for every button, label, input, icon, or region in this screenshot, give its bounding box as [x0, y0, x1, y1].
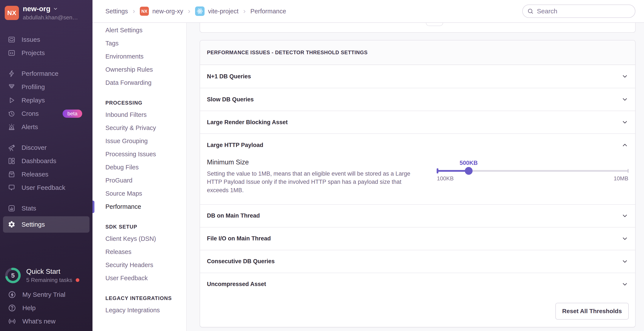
breadcrumb-separator-icon: › [243, 7, 246, 15]
quick-start-subtitle: 5 Remaining tasks [26, 277, 72, 283]
quick-start-count: 5 [4, 267, 22, 284]
sidebar-item-label: Crons [22, 110, 39, 117]
settings-nav-item-ownership-rules[interactable]: Ownership Rules [92, 63, 186, 76]
stats-icon [8, 204, 16, 212]
sidebar-item-replays[interactable]: Replays [0, 94, 92, 107]
sidebar-item-label: Dashboards [22, 157, 56, 165]
sidebar-item-label: Settings [22, 221, 45, 228]
setting-description: Setting the value to 1MB, means that an … [207, 170, 422, 194]
settings-nav-item-source-maps[interactable]: Source Maps [92, 187, 186, 200]
settings-nav-item-security-headers[interactable]: Security Headers [92, 258, 186, 272]
quick-start[interactable]: 5 Quick Start 5 Remaining tasks [0, 263, 92, 288]
search-box[interactable] [522, 5, 636, 18]
sidebar-item-issues[interactable]: Issues [0, 33, 92, 46]
detector-row-db-on-main-thread[interactable]: DB on Main Thread [200, 204, 635, 227]
settings-nav-item-security-privacy[interactable]: Security & Privacy [92, 121, 186, 135]
detector-row-label: File I/O on Main Thread [207, 235, 271, 242]
sidebar-item-label: Help [22, 304, 36, 312]
chevron-down-icon [622, 212, 628, 219]
scrolled-panel-remnant [200, 23, 636, 33]
sidebar-item-label: Releases [22, 171, 48, 178]
detector-row-large-render-blocking-asset[interactable]: Large Render Blocking Asset [200, 111, 635, 133]
sidebar-item-alerts[interactable]: Alerts [0, 120, 92, 134]
slider-left-cap [437, 168, 438, 173]
beta-badge: beta [62, 110, 82, 118]
slider-max-label: 10MB [614, 175, 628, 182]
settings-nav-item-issue-grouping[interactable]: Issue Grouping [92, 135, 186, 148]
sidebar-item-crons[interactable]: Cronsbeta [0, 107, 92, 120]
breadcrumb-performance: Performance [250, 8, 286, 15]
sidebar-item-releases[interactable]: Releases [0, 168, 92, 181]
sidebar-item-profiling[interactable]: Profiling [0, 80, 92, 94]
chevron-down-icon [622, 119, 628, 126]
setting-label: Minimum Size [207, 158, 422, 166]
sidebar-item-help[interactable]: Help [0, 301, 92, 315]
breadcrumb-vite-project[interactable]: vite-project [195, 7, 238, 16]
sidebar-item-what-s-new[interactable]: What's new [0, 315, 92, 328]
help-icon [8, 304, 16, 312]
replays-icon [8, 96, 16, 104]
sidebar-item-label: User Feedback [22, 184, 65, 191]
sidebar-item-discover[interactable]: Discover [0, 141, 92, 154]
sidebar-footer: My Sentry TrialHelpWhat's new [0, 288, 92, 331]
sidebar-item-dashboards[interactable]: Dashboards [0, 154, 92, 168]
slider-track[interactable] [437, 170, 628, 172]
detector-row-label: DB on Main Thread [207, 212, 260, 219]
sidebar-item-user-feedback[interactable]: User Feedback [0, 181, 92, 194]
settings-nav-item-processing-issues[interactable]: Processing Issues [92, 148, 186, 161]
quick-start-label: Quick Start [26, 267, 79, 275]
settings-nav-section-processing: PROCESSING [92, 98, 186, 108]
detector-row-consecutive-db-queries[interactable]: Consecutive DB Queries [200, 250, 635, 273]
chevron-up-icon [622, 142, 628, 149]
settings-nav-item-tags[interactable]: Tags [92, 37, 186, 50]
settings-nav-item-proguard[interactable]: ProGuard [92, 174, 186, 187]
detector-row-file-i-o-on-main-thread[interactable]: File I/O on Main Thread [200, 227, 635, 250]
detector-rows: N+1 DB QueriesSlow DB QueriesLarge Rende… [200, 65, 635, 295]
breadcrumb-label: Settings [106, 8, 128, 15]
sidebar-item-stats[interactable]: Stats [0, 202, 92, 215]
sidebar-item-projects[interactable]: Projects [0, 46, 92, 60]
settings-nav-item-performance[interactable]: Performance [92, 200, 186, 213]
slider-value-label: 500KB [460, 160, 478, 166]
sidebar-item-label: Alerts [22, 123, 38, 131]
sidebar-item-performance[interactable]: Performance [0, 67, 92, 80]
sidebar-item-label: Replays [22, 97, 45, 104]
collapsed-button-notch [426, 23, 443, 26]
detector-row-label: N+1 DB Queries [207, 73, 251, 80]
org-avatar: NX [5, 6, 19, 20]
org-switcher[interactable]: NX new-org abdullah.khan@sen… [0, 0, 92, 25]
detector-row-label: Uncompressed Asset [207, 281, 266, 287]
settings-nav-item-legacy-integrations[interactable]: Legacy Integrations [92, 304, 186, 317]
settings-nav-item-user-feedback[interactable]: User Feedback [92, 272, 186, 285]
detector-row-uncompressed-asset[interactable]: Uncompressed Asset [200, 273, 635, 295]
main-content: PERFORMANCE ISSUES - DETECTOR THRESHOLD … [187, 23, 644, 331]
slider-thumb[interactable] [465, 167, 472, 175]
sidebar-item-label: Projects [22, 49, 45, 57]
sidebar-item-label: Discover [22, 144, 47, 151]
detector-row-large-http-payload[interactable]: Large HTTP Payload [200, 133, 635, 156]
breadcrumb: Settings›NXnew-org-xy›vite-project›Perfo… [106, 7, 286, 16]
search-input[interactable] [537, 8, 631, 15]
settings-nav-item-data-forwarding[interactable]: Data Forwarding [92, 76, 186, 89]
settings-nav-item-releases[interactable]: Releases [92, 245, 186, 258]
settings-nav-item-debug-files[interactable]: Debug Files [92, 161, 186, 174]
breadcrumb-new-org-xy[interactable]: NXnew-org-xy [140, 7, 183, 16]
detector-row-detail: Minimum SizeSetting the value to 1MB, me… [200, 156, 635, 204]
breadcrumb-settings[interactable]: Settings [106, 8, 128, 15]
detector-row-n-1-db-queries[interactable]: N+1 DB Queries [200, 65, 635, 88]
chevron-down-icon [622, 96, 628, 103]
settings-nav-item-client-keys-dsn[interactable]: Client Keys (DSN) [92, 232, 186, 245]
sidebar-item-my-sentry-trial[interactable]: My Sentry Trial [0, 288, 92, 301]
breadcrumb-label: Performance [250, 8, 286, 15]
settings-nav-item-alert-settings[interactable]: Alert Settings [92, 24, 186, 37]
search-icon [527, 8, 534, 15]
reset-all-thresholds-button[interactable]: Reset All Thresholds [556, 303, 629, 319]
settings-nav-item-environments[interactable]: Environments [92, 50, 186, 63]
sidebar-item-settings[interactable]: Settings [3, 216, 90, 233]
performance-icon [8, 70, 16, 78]
detector-row-slow-db-queries[interactable]: Slow DB Queries [200, 88, 635, 111]
sidebar-nav: IssuesProjectsPerformanceProfilingReplay… [0, 33, 92, 233]
quick-start-progress-ring: 5 [4, 267, 22, 284]
detector-threshold-panel: PERFORMANCE ISSUES - DETECTOR THRESHOLD … [200, 40, 636, 327]
settings-nav-item-inbound-filters[interactable]: Inbound Filters [92, 108, 186, 121]
